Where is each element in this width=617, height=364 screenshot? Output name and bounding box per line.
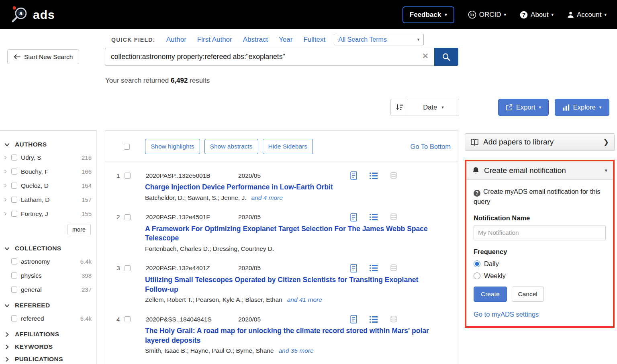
quick-field-fulltext[interactable]: Fulltext (303, 36, 325, 44)
weekly-radio[interactable] (474, 272, 480, 279)
abstract-document-icon[interactable] (350, 264, 358, 272)
facet-item-author[interactable]: Queloz, D 164 (3, 179, 92, 193)
authors-more-button[interactable]: more (67, 224, 91, 235)
select-all-checkbox[interactable] (124, 144, 130, 150)
show-abstracts-button[interactable]: Show abstracts (204, 139, 258, 154)
result-more-authors-link[interactable]: and 41 more (287, 296, 322, 303)
facet-group-authors[interactable]: AUTHORS (4, 141, 92, 148)
chevron-right-icon[interactable] (3, 155, 9, 160)
facet-item-collection[interactable]: physics 398 (3, 268, 92, 283)
facet-checkbox[interactable] (11, 287, 17, 293)
quick-field-year[interactable]: Year (279, 36, 292, 44)
references-list-icon[interactable] (370, 264, 378, 272)
result-more-authors-link[interactable]: and 4 more (251, 194, 282, 201)
about-menu[interactable]: ? About ▾ (520, 11, 554, 19)
search-icon (442, 53, 451, 61)
facet-checkbox[interactable] (11, 258, 17, 264)
result-checkbox[interactable] (125, 265, 131, 271)
references-list-icon[interactable] (370, 214, 378, 221)
data-products-icon[interactable] (390, 172, 398, 180)
facet-count: 166 (82, 168, 92, 175)
facet-group-affiliations[interactable]: AFFILIATIONS (4, 331, 92, 338)
result-title-link[interactable]: The Holy Grail: A road map for unlocking… (145, 326, 429, 345)
facet-item-collection[interactable]: astronomy 6.4k (3, 254, 92, 268)
facet-checkbox[interactable] (11, 272, 17, 279)
go-to-bottom-link[interactable]: Go To Bottom (410, 143, 451, 150)
myads-settings-link[interactable]: Go to myADS settings (474, 311, 539, 318)
sort-direction-button[interactable] (390, 99, 408, 116)
chevron-right-icon[interactable] (3, 211, 9, 216)
references-list-icon[interactable] (370, 172, 378, 179)
help-icon: ? (474, 190, 480, 197)
frequency-weekly-option[interactable]: Weekly (474, 272, 606, 280)
feedback-button[interactable]: Feedback ▾ (402, 6, 454, 23)
data-products-icon[interactable] (390, 264, 398, 272)
facet-group-refereed[interactable]: REFEREED (4, 302, 92, 309)
result-authors: Smith, Isaac B.; Hayne, Paul O.; Byrne, … (145, 347, 450, 354)
abstract-document-icon[interactable] (350, 213, 358, 222)
account-label: Account (577, 11, 601, 19)
create-button[interactable]: Create (474, 287, 507, 302)
facet-group-keywords[interactable]: KEYWORDS (4, 343, 92, 350)
facet-item-author[interactable]: Fortney, J 155 (3, 207, 92, 221)
references-list-icon[interactable] (370, 316, 378, 323)
export-label: Export (516, 104, 535, 111)
facet-item-refereed[interactable]: refereed 6.4k (3, 311, 92, 325)
search-input[interactable] (105, 48, 434, 66)
question-icon: ? (520, 11, 528, 19)
facet-checkbox[interactable] (11, 315, 17, 321)
start-new-search-button[interactable]: Start New Search (7, 49, 79, 64)
facet-group-title: COLLECTIONS (15, 245, 61, 252)
facet-checkbox[interactable] (11, 211, 17, 217)
facet-item-author[interactable]: Latham, D 157 (3, 193, 92, 207)
result-more-authors-link[interactable]: and 35 more (279, 347, 314, 354)
facet-sidebar: AUTHORS Udry, S 216 Bouchy, F 166 Queloz… (0, 130, 97, 364)
result-checkbox[interactable] (125, 316, 131, 322)
abstract-document-icon[interactable] (350, 171, 358, 180)
result-title-link[interactable]: Charge Injection Device Performance in L… (145, 183, 429, 192)
sort-field-dropdown[interactable]: Date ▾ (408, 99, 459, 116)
result-checkbox[interactable] (125, 173, 131, 179)
show-highlights-button[interactable]: Show highlights (145, 139, 200, 154)
frequency-daily-option[interactable]: Daily (474, 260, 606, 268)
facet-checkbox[interactable] (11, 183, 17, 189)
facet-item-collection[interactable]: general 237 (3, 283, 92, 297)
create-notification-header[interactable]: Create email notification ▾ (466, 161, 613, 180)
orcid-menu[interactable]: iD ORCID ▾ (468, 10, 506, 19)
facet-label: Fortney, J (21, 210, 48, 218)
abstract-document-icon[interactable] (350, 315, 358, 323)
account-menu[interactable]: Account ▾ (567, 11, 607, 19)
result-title-link[interactable]: Utilizing Small Telescopes Operated by C… (145, 275, 429, 294)
facet-checkbox[interactable] (11, 169, 17, 175)
clear-search-icon[interactable]: ✕ (422, 51, 429, 61)
search-terms-dropdown[interactable]: All Search Terms ▾ (334, 34, 424, 45)
chevron-right-icon (4, 356, 10, 362)
notification-name-label: Notification Name (474, 214, 606, 222)
quick-field-author[interactable]: Author (166, 36, 186, 44)
result-title-link[interactable]: A Framework For Optimizing Exoplanet Tar… (145, 224, 429, 243)
search-submit-button[interactable] (434, 48, 458, 66)
add-papers-to-library[interactable]: Add papers to library ❯ (465, 133, 615, 151)
search-bar: ✕ (105, 48, 458, 66)
ads-brand[interactable]: a ads (10, 5, 55, 24)
facet-checkbox[interactable] (11, 155, 17, 161)
data-products-icon[interactable] (390, 315, 398, 323)
facet-group-publications[interactable]: PUBLICATIONS (4, 356, 92, 363)
chevron-right-icon[interactable] (3, 197, 9, 202)
result-checkbox[interactable] (125, 214, 131, 220)
explore-button[interactable]: Explore ▾ (555, 99, 609, 116)
chevron-right-icon[interactable] (3, 169, 9, 174)
facet-group-collections[interactable]: COLLECTIONS (4, 245, 92, 252)
facet-item-author[interactable]: Udry, S 216 (3, 150, 92, 165)
hide-sidebars-button[interactable]: Hide Sidebars (263, 139, 313, 154)
notification-name-input[interactable] (474, 226, 606, 240)
chevron-right-icon[interactable] (3, 183, 9, 188)
facet-item-author[interactable]: Bouchy, F 166 (3, 165, 92, 179)
facet-checkbox[interactable] (11, 197, 17, 203)
quick-field-first-author[interactable]: First Author (197, 36, 232, 44)
data-products-icon[interactable] (390, 213, 398, 221)
daily-radio[interactable] (474, 260, 480, 267)
export-button[interactable]: Export ▾ (498, 99, 549, 116)
quick-field-abstract[interactable]: Abstract (243, 36, 268, 44)
cancel-button[interactable]: Cancel (512, 287, 544, 302)
